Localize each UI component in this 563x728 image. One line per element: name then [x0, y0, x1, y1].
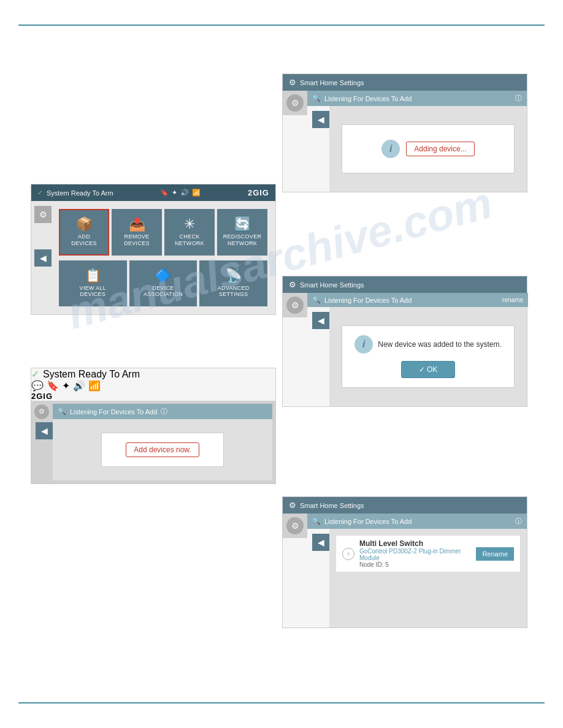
message-row: i New device was added to the system. — [354, 335, 501, 354]
remove-devices-label: REMOVEDEVICES — [124, 233, 150, 247]
system-listen-bar-icon: ⓘ — [161, 407, 167, 416]
remove-devices-icon: 📤 — [129, 218, 145, 231]
chat-icon: 💬 — [31, 380, 44, 392]
listening-bar-2: 🔍 Listening For Devices To Add rename — [307, 293, 527, 307]
system-listen-status-icons: 💬 🔖 ✦ 🔊 📶 — [31, 380, 275, 392]
add-devices-icon: 📦 — [76, 218, 93, 231]
listening-icon-3: 🔍 — [312, 517, 321, 525]
empty-device-space — [335, 572, 521, 621]
panel-main-col-2: 🔍 Listening For Devices To Add rename ◀ … — [307, 293, 527, 406]
device-circle-icon: ○ — [342, 548, 354, 560]
ok-message-text: New device was added to the system. — [378, 340, 501, 349]
rediscover-network-label: REDISCOVERNETWORK — [223, 233, 262, 247]
back-button-panel-1[interactable]: ◀ — [312, 111, 329, 128]
settings-circle-3: ⚙ — [286, 517, 304, 534]
system-listen-bar-label: Listening For Devices To Add — [70, 408, 157, 415]
bookmark-icon: 🔖 — [160, 189, 169, 197]
smart-home-title-1: Smart Home Settings — [300, 79, 364, 86]
menu-item-remove-devices[interactable]: 📤 REMOVEDEVICES — [112, 209, 162, 256]
smart-home-panel-2: ⚙ Smart Home Settings ⚙ 🔍 Listening For … — [282, 276, 527, 407]
device-info: Multi Level Switch GoControl PD300Z-2 Pl… — [359, 539, 476, 568]
listening-bar-3: 🔍 Listening For Devices To Add ⓘ — [307, 514, 527, 529]
menu-item-device-association[interactable]: 🔷 DEVICEASSOCIATION — [129, 260, 197, 307]
smart-home-title-2: Smart Home Settings — [300, 281, 364, 289]
gear-button[interactable]: ⚙ — [34, 206, 52, 223]
panel-row-3: ⚙ 🔍 Listening For Devices To Add ⓘ ◀ ○ M… — [283, 514, 527, 628]
smart-home-gear-icon-3: ⚙ — [289, 501, 296, 510]
system-menu-panel: ✓ System Ready To Arm 🔖 ✦ 🔊 📶 2GIG ⚙ 📦 A… — [31, 184, 276, 315]
rename-overlay: rename — [497, 293, 528, 307]
back-button-system-listen[interactable]: ◀ — [36, 422, 53, 439]
listening-bar-1: 🔍 Listening For Devices To Add ⓘ — [307, 91, 527, 106]
device-model: GoControl PD300Z-2 Plug-in Dimmer Module — [359, 548, 476, 561]
smart-home-gear-icon-2: ⚙ — [289, 280, 296, 289]
view-all-icon: 📋 — [85, 269, 101, 282]
system-listen-header-row: ⚙ 🔍 Listening For Devices To Add ⓘ — [34, 404, 272, 419]
back-button-panel-2[interactable]: ◀ — [312, 312, 329, 329]
panel-inner-1: i Adding device... — [329, 106, 527, 192]
system-listen-brand: 2GIG — [31, 392, 275, 401]
listening-circle-1: ⓘ — [515, 94, 522, 103]
back-button-menu[interactable]: ◀ — [34, 249, 52, 267]
menu-item-check-network[interactable]: ✳ CHECKNETWORK — [164, 209, 215, 256]
system-listen-content: ◀ Add devices now. — [34, 419, 272, 480]
advanced-settings-icon: 📡 — [225, 269, 242, 282]
signal-icon: 📶 — [192, 189, 201, 197]
shield-icon: ✓ — [37, 189, 43, 197]
device-list-item: ○ Multi Level Switch GoControl PD300Z-2 … — [335, 535, 521, 572]
white-panel-1: i Adding device... — [342, 124, 515, 173]
settings-circle-1: ⚙ — [286, 94, 304, 112]
listening-label-3: Listening For Devices To Add — [324, 518, 511, 525]
listening-icon-1: 🔍 — [312, 94, 321, 102]
bookmark-icon-2: 🔖 — [47, 380, 59, 392]
panel-row-1: ⚙ 🔍 Listening For Devices To Add ⓘ ◀ i A… — [283, 91, 527, 192]
listening-label-1: Listening For Devices To Add — [324, 95, 511, 102]
check-network-label: CHECKNETWORK — [175, 233, 204, 247]
shield-icon-2: ✓ — [31, 368, 39, 380]
panel-body-row-3: ◀ ○ Multi Level Switch GoControl PD300Z-… — [307, 529, 527, 628]
menu-item-advanced-settings[interactable]: 📡 ADVANCEDSETTINGS — [199, 260, 267, 307]
signal-icon-2: 📶 — [88, 380, 101, 392]
device-association-label: DEVICEASSOCIATION — [144, 285, 183, 298]
rename-button[interactable]: Rename — [476, 547, 514, 561]
menu-body: ⚙ 📦 ADDDEVICES 📤 REMOVEDEVICES ✳ CHECKNE… — [31, 201, 275, 314]
menu-grid-top: 📦 ADDDEVICES 📤 REMOVEDEVICES ✳ CHECKNETW… — [34, 204, 272, 260]
menu-item-add-devices[interactable]: 📦 ADDDEVICES — [59, 209, 109, 256]
smart-home-panel-3: ⚙ Smart Home Settings ⚙ 🔍 Listening For … — [282, 496, 527, 628]
panel-body-row-1: ◀ i Adding device... — [307, 106, 527, 192]
panel-inner-2: i New device was added to the system. ✓ … — [329, 307, 527, 406]
ok-message: i New device was added to the system. ✓ … — [354, 335, 501, 378]
settings-circle-2: ⚙ — [286, 297, 304, 314]
add-devices-now-button[interactable]: Add devices now. — [126, 442, 199, 457]
rediscover-network-icon: 🔄 — [234, 218, 251, 231]
speaker-icon: 🔊 — [180, 189, 189, 197]
smart-home-header-2: ⚙ Smart Home Settings — [283, 276, 527, 293]
status-icons: 🔖 ✦ 🔊 📶 — [160, 189, 201, 197]
advanced-settings-label: ADVANCEDSETTINGS — [218, 285, 250, 298]
smart-home-gear-icon-1: ⚙ — [289, 78, 296, 87]
view-all-label: VIEW ALLDEVICES — [80, 285, 106, 298]
sun-icon: ✦ — [172, 189, 177, 197]
speaker-icon-2: 🔊 — [73, 380, 85, 392]
system-listen-body: ⚙ 🔍 Listening For Devices To Add ⓘ ◀ Add… — [31, 401, 275, 483]
system-listen-status-label: System Ready To Arm — [43, 369, 140, 380]
info-icon-2: i — [354, 335, 373, 354]
adding-device-button[interactable]: Adding device... — [406, 142, 474, 156]
system-listen-bar: 🔍 Listening For Devices To Add ⓘ — [53, 404, 272, 419]
panel-main-col-3: 🔍 Listening For Devices To Add ⓘ ◀ ○ Mul… — [307, 514, 527, 628]
menu-item-view-all[interactable]: 📋 VIEW ALLDEVICES — [59, 260, 127, 307]
back-button-panel-3[interactable]: ◀ — [312, 534, 329, 551]
brand-label: 2GIG — [248, 188, 269, 197]
add-devices-box: Add devices now. — [101, 433, 224, 467]
device-association-icon: 🔷 — [155, 269, 171, 282]
add-devices-label: ADDDEVICES — [71, 233, 97, 247]
ok-button[interactable]: ✓ OK — [401, 361, 456, 378]
panel-row-2: ⚙ 🔍 Listening For Devices To Add rename … — [283, 293, 527, 406]
smart-home-title-3: Smart Home Settings — [300, 502, 364, 509]
system-listen-gear: ⚙ — [34, 404, 49, 419]
system-status-label: System Ready To Arm — [47, 189, 113, 197]
menu-item-rediscover-network[interactable]: 🔄 REDISCOVERNETWORK — [217, 209, 267, 256]
system-listen-inner: Add devices now. — [53, 419, 272, 480]
listening-label-2: Listening For Devices To Add — [324, 297, 522, 304]
system-status-bar: ✓ System Ready To Arm 🔖 ✦ 🔊 📶 2GIG — [31, 184, 275, 201]
